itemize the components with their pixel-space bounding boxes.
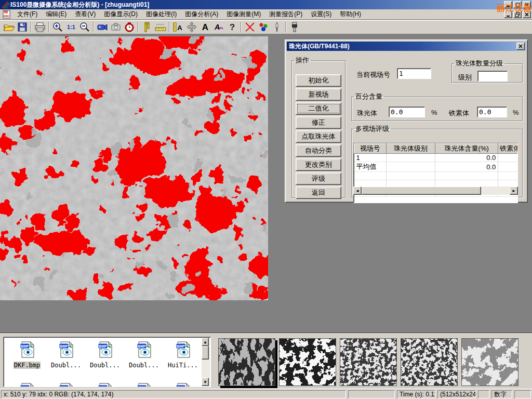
- pearlite-percent-input[interactable]: [389, 107, 425, 117]
- preview-thumbnail-4[interactable]: [401, 338, 458, 386]
- file-item-partial[interactable]: BMP: [8, 382, 46, 387]
- menu-item-6[interactable]: 图像分析(A): [181, 9, 222, 20]
- table-header-1[interactable]: 视场号: [354, 144, 387, 154]
- table-row[interactable]: 10.0: [354, 154, 518, 162]
- table-header-3[interactable]: 珠光体含量(%): [435, 144, 498, 154]
- menu-item-2[interactable]: 编辑(E): [42, 9, 71, 20]
- menu-item-4[interactable]: 图像显示(D): [100, 9, 142, 20]
- help-icon[interactable]: ?: [225, 21, 239, 33]
- op-button-5[interactable]: 点取珠光体: [296, 130, 341, 143]
- op-button-3[interactable]: 二值化: [296, 102, 341, 115]
- zoom-in-icon[interactable]: [51, 21, 64, 33]
- operations-group-label: 操作: [294, 56, 311, 65]
- file-item-Doubl[interactable]: BMPDoubl...: [47, 340, 85, 369]
- table-row[interactable]: [354, 172, 518, 180]
- timer-icon[interactable]: [123, 21, 136, 33]
- op-button-1[interactable]: 初始化: [296, 74, 341, 87]
- preview-thumbnail-2[interactable]: [279, 338, 336, 386]
- file-item-partial[interactable]: BMP: [125, 382, 163, 387]
- table-hscrollbar[interactable]: ◄ ►: [353, 187, 518, 195]
- caliper-icon[interactable]: [140, 21, 154, 33]
- count-balls-icon[interactable]: [257, 21, 270, 33]
- percent-group-label: 百分含量: [354, 92, 384, 101]
- save-icon[interactable]: [16, 21, 29, 33]
- text-icon[interactable]: A: [198, 21, 212, 33]
- print-icon[interactable]: [33, 21, 47, 33]
- toolbar-separator: [285, 22, 286, 32]
- svg-text:DOC: DOC: [3, 11, 9, 14]
- menu-item-3[interactable]: 查看(V): [71, 9, 100, 20]
- menu-item-10[interactable]: 帮助(H): [336, 9, 365, 20]
- table-row[interactable]: 平均值0.0: [354, 162, 518, 172]
- mdi-restore-button[interactable]: [513, 11, 522, 18]
- video-camera-icon[interactable]: [96, 21, 109, 33]
- menu-item-7[interactable]: 图像测量(M): [222, 9, 265, 20]
- op-button-8[interactable]: 评级: [296, 172, 341, 185]
- multi-view-group-label: 多视场评级: [354, 124, 391, 134]
- measure-text-icon[interactable]: A: [171, 21, 185, 33]
- file-item-partial[interactable]: BMP: [86, 382, 124, 387]
- dialog-titlebar[interactable]: 珠光体(GB/T9441-88): [287, 42, 526, 51]
- menu-item-9[interactable]: 设置(S): [307, 9, 336, 20]
- preview-thumbnail-3[interactable]: [340, 338, 397, 386]
- table-cell: [498, 162, 518, 172]
- file-item-DKFbmp[interactable]: BMPDKF.bmp: [8, 340, 46, 369]
- scroll-right-icon[interactable]: ►: [510, 187, 518, 195]
- current-view-input[interactable]: [397, 68, 431, 79]
- ferrite-percent-input[interactable]: [477, 107, 507, 117]
- svg-text:BMP: BMP: [60, 344, 68, 348]
- dialog-close-icon[interactable]: [516, 43, 525, 50]
- table-header-2[interactable]: 珠光体级别: [386, 144, 435, 154]
- open-folder-icon[interactable]: [2, 21, 16, 33]
- op-button-7[interactable]: 更改类别: [296, 158, 341, 171]
- op-button-9[interactable]: 返回: [296, 187, 341, 199]
- table-header-4[interactable]: 铁素体含量(%): [498, 144, 518, 154]
- operations-group: 操作 初始化新视场二值化修正点取珠光体自动分类更改类别评级返回: [291, 56, 345, 198]
- scrollbar-thumb[interactable]: [362, 187, 481, 195]
- svg-text:BMP: BMP: [60, 386, 68, 388]
- minimize-button[interactable]: [504, 1, 512, 8]
- mdi-minimize-button[interactable]: [504, 11, 512, 18]
- scroll-down-icon[interactable]: ▼: [202, 378, 209, 386]
- camera-icon[interactable]: [109, 21, 123, 33]
- menu-item-5[interactable]: 图像处理(I): [142, 9, 181, 20]
- preview-thumbnail-5[interactable]: [461, 338, 518, 386]
- file-item-Doubl[interactable]: BMPDoubl...: [86, 340, 124, 369]
- svg-text:BMP: BMP: [99, 386, 107, 388]
- file-item-partial[interactable]: BMP: [47, 382, 85, 387]
- op-button-6[interactable]: 自动分类: [296, 144, 341, 157]
- preview-thumbnail-1[interactable]: [218, 338, 275, 386]
- ruler-icon[interactable]: [154, 21, 167, 33]
- pen-tool-icon[interactable]: [270, 21, 284, 33]
- actual-size-icon[interactable]: 1:1: [64, 21, 78, 33]
- menu-item-1[interactable]: 文件(F): [13, 9, 42, 20]
- curve-tool-icon[interactable]: [243, 21, 257, 33]
- maximize-button[interactable]: [513, 1, 522, 8]
- pearlite-label: 珠光体: [357, 109, 377, 118]
- file-item-partial[interactable]: BMP: [164, 382, 202, 387]
- scroll-left-icon[interactable]: ◄: [353, 187, 362, 195]
- file-item-HuiTi[interactable]: BMPHuiTi...: [164, 340, 202, 369]
- percent-group: 百分含量 珠光体 % 铁素体 %: [351, 92, 523, 121]
- scroll-up-icon[interactable]: ▲: [202, 338, 209, 346]
- styled-text-icon[interactable]: A: [212, 21, 225, 33]
- svg-text:A: A: [214, 23, 220, 31]
- zoom-out-icon[interactable]: [78, 21, 91, 33]
- op-button-2[interactable]: 新视场: [296, 88, 341, 101]
- brush-icon[interactable]: [288, 21, 301, 33]
- scrollbar-thumb[interactable]: [202, 346, 209, 360]
- mdi-close-button[interactable]: [523, 11, 531, 18]
- grade-input[interactable]: [477, 71, 508, 82]
- file-item-Doubl[interactable]: BMPDoubl...: [125, 340, 163, 369]
- op-button-4[interactable]: 修正: [296, 116, 341, 129]
- multi-view-group: 多视场评级 视场号珠光体级别珠光体含量(%)铁素体含量(%)10.0平均值0.0…: [351, 124, 523, 197]
- file-vscrollbar[interactable]: ▲ ▼: [202, 338, 210, 386]
- svg-text:A: A: [177, 24, 182, 32]
- window-title: IS100显微摄像系统(金相分析版) - [zhuguangti01]: [10, 1, 149, 9]
- move-cross-icon[interactable]: [185, 21, 198, 33]
- table-cell: [354, 172, 387, 180]
- micrograph-image-binarized[interactable]: [0, 36, 268, 300]
- menu-item-8[interactable]: 测量报告(P): [265, 9, 307, 20]
- menubar: DOC 文件(F)编辑(E)查看(V)图像显示(D)图像处理(I)图像分析(A)…: [0, 9, 532, 20]
- close-button[interactable]: [523, 1, 531, 8]
